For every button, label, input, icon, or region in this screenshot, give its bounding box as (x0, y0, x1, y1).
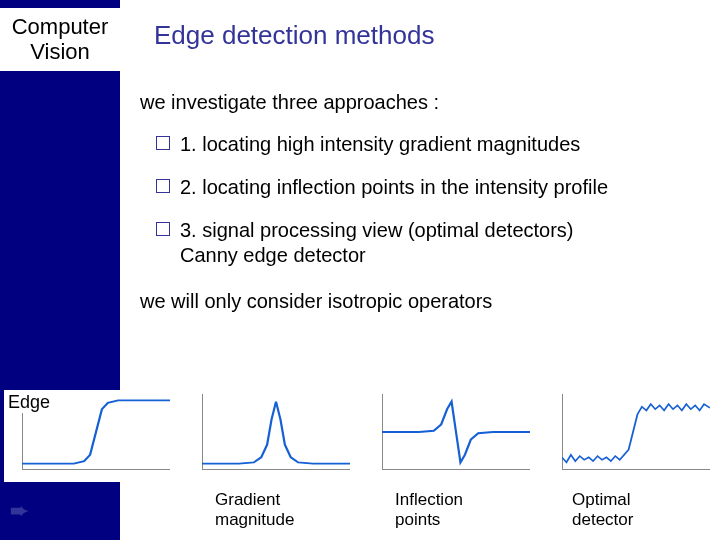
caption-line: detector (572, 510, 633, 529)
bullet-item: 1. locating high intensity gradient magn… (156, 132, 720, 157)
caption-line: Optimal (572, 490, 631, 509)
bullet-text-sub: Canny edge detector (180, 243, 574, 268)
caption-line: magnitude (215, 510, 294, 529)
bullet-text: 3. signal processing view (optimal detec… (180, 218, 574, 268)
bullet-item: 2. locating inflection points in the int… (156, 175, 720, 200)
bullet-text-main: 3. signal processing view (optimal detec… (180, 219, 574, 241)
caption-optimal: Optimal detector (572, 490, 712, 529)
caption-line: Gradient (215, 490, 280, 509)
caption-gradient: Gradient magnitude (215, 490, 355, 529)
plot-gradient-svg (202, 394, 350, 470)
bullet-list: 1. locating high intensity gradient magn… (120, 114, 720, 268)
caption-line: Inflection (395, 490, 463, 509)
sidebar-title-line2: Vision (30, 39, 90, 64)
edge-label: Edge (6, 392, 52, 413)
arrow-icon: ➨ (10, 498, 28, 524)
square-bullet-icon (156, 179, 170, 193)
plot-inflection (364, 390, 534, 482)
sidebar-title-line1: Computer (12, 14, 109, 39)
bullet-item: 3. signal processing view (optimal detec… (156, 218, 720, 268)
plot-optimal-svg (562, 394, 710, 470)
caption-inflection: Inflection points (395, 490, 535, 529)
plot-row (4, 390, 714, 482)
square-bullet-icon (156, 136, 170, 150)
plot-optimal (544, 390, 714, 482)
closing-text: we will only consider isotropic operator… (120, 286, 720, 313)
square-bullet-icon (156, 222, 170, 236)
bullet-text: 1. locating high intensity gradient magn… (180, 132, 580, 157)
caption-line: points (395, 510, 440, 529)
intro-text: we investigate three approaches : (120, 51, 720, 114)
slide: Computer Vision Edge detection methods w… (0, 0, 720, 540)
plot-inflection-svg (382, 394, 530, 470)
bullet-text: 2. locating inflection points in the int… (180, 175, 608, 200)
plot-gradient (184, 390, 354, 482)
sidebar-title: Computer Vision (0, 8, 120, 71)
slide-title: Edge detection methods (120, 0, 720, 51)
